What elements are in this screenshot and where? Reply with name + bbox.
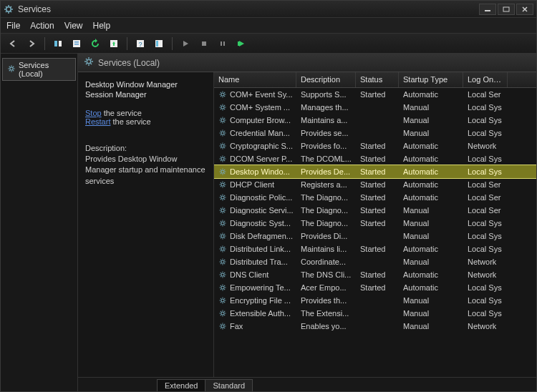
table-row[interactable]: Diagnostic Servi...The Diagno...StartedM…: [214, 204, 536, 217]
cell-name: Desktop Windo...: [214, 167, 296, 177]
maximize-button[interactable]: [498, 4, 515, 15]
menu-help[interactable]: Help: [93, 21, 111, 31]
table-row[interactable]: Computer Brow...Maintains a...ManualLoca…: [214, 114, 536, 127]
cell-description: Provides De...: [296, 167, 356, 177]
cell-description: Provides Di...: [296, 231, 356, 241]
svg-rect-3: [54, 41, 57, 46]
cell-description: The Diagno...: [296, 192, 356, 202]
column-headers: Name Description Status Startup Type Log…: [214, 72, 536, 88]
cell-name: Extensible Auth...: [214, 308, 296, 318]
minimize-button[interactable]: [479, 4, 496, 15]
menubar: File Action View Help: [1, 18, 536, 34]
table-row[interactable]: Diagnostic Polic...The Diagno...StartedA…: [214, 191, 536, 204]
cell-logon: Local Ser: [463, 89, 508, 99]
detail-pane: Desktop Window Manager Session Manager S…: [78, 72, 214, 377]
table-row[interactable]: Empowering Te...Acer Empo...StartedAutom…: [214, 281, 536, 294]
service-rows[interactable]: COM+ Event Sy...Supports S...StartedAuto…: [214, 88, 536, 377]
stop-service-button[interactable]: [196, 36, 212, 52]
svg-point-31: [221, 248, 224, 250]
col-logon[interactable]: Log On As: [463, 72, 508, 87]
help2-button[interactable]: [151, 36, 167, 52]
table-row[interactable]: Extensible Auth...The Extensi...ManualLo…: [214, 307, 536, 320]
cell-logon: Local Sys: [463, 167, 508, 177]
cell-name: Credential Man...: [214, 128, 296, 138]
cell-description: Registers a...: [296, 180, 356, 190]
svg-rect-13: [202, 41, 206, 46]
cell-name: Fax: [214, 321, 296, 331]
cell-status: Started: [356, 154, 399, 164]
cell-description: The Extensi...: [296, 308, 356, 318]
cell-description: Coordinate...: [296, 257, 356, 267]
table-row[interactable]: DNS ClientThe DNS Cli...StartedAutomatic…: [214, 268, 536, 281]
table-row[interactable]: Diagnostic Syst...The Diagno...StartedMa…: [214, 217, 536, 230]
toolbar-separator: [44, 37, 45, 50]
stop-service-link[interactable]: Stop: [85, 109, 102, 117]
tab-standard[interactable]: Standard: [205, 379, 253, 391]
svg-rect-14: [221, 41, 222, 46]
table-row[interactable]: Desktop Windo...Provides De...StartedAut…: [214, 165, 536, 178]
col-startup[interactable]: Startup Type: [399, 72, 463, 87]
table-row[interactable]: Encrypting File ...Provides th...ManualL…: [214, 294, 536, 307]
services-icon: [4, 4, 14, 14]
cell-name: Diagnostic Servi...: [214, 205, 296, 215]
menu-file[interactable]: File: [6, 21, 20, 31]
cell-description: Maintains a...: [296, 115, 356, 125]
cell-startup: Manual: [399, 257, 463, 267]
cell-description: The Diagno...: [296, 205, 356, 215]
svg-point-0: [6, 6, 11, 11]
restart-service-link[interactable]: Restart: [85, 117, 110, 126]
forward-button[interactable]: [24, 36, 39, 52]
svg-point-20: [221, 106, 224, 109]
cell-name: DNS Client: [214, 270, 296, 280]
nav-label: Services (Local): [19, 61, 71, 78]
table-row[interactable]: Credential Man...Provides se...ManualLoc…: [214, 127, 536, 139]
description-text: Provides Desktop Window Manager startup …: [85, 154, 206, 187]
start-service-button[interactable]: [178, 36, 193, 52]
cell-status: Started: [356, 141, 399, 151]
table-row[interactable]: DCOM Server P...The DCOML...StartedAutom…: [214, 152, 536, 165]
table-row[interactable]: DHCP ClientRegisters a...StartedAutomati…: [214, 178, 536, 191]
toolbar: ?: [1, 34, 536, 54]
svg-point-22: [221, 132, 224, 134]
gear-icon: [84, 57, 94, 69]
cell-logon: Network: [463, 141, 508, 151]
cell-startup: Manual: [399, 218, 463, 228]
restart-service-button[interactable]: [233, 36, 249, 52]
show-hide-button[interactable]: [50, 36, 66, 52]
cell-name: Distributed Link...: [214, 244, 296, 254]
cell-status: Started: [356, 270, 399, 280]
cell-startup: Manual: [399, 295, 463, 305]
cell-logon: Local Ser: [463, 205, 508, 215]
cell-status: [356, 325, 399, 327]
table-row[interactable]: Distributed Tra...Coordinate...ManualNet…: [214, 255, 536, 268]
help-button[interactable]: ?: [132, 36, 148, 52]
table-row[interactable]: FaxEnables yo...ManualNetwork: [214, 320, 536, 333]
menu-action[interactable]: Action: [30, 21, 54, 31]
service-list: Name Description Status Startup Type Log…: [214, 72, 536, 377]
nav-services-local[interactable]: Services (Local): [2, 58, 76, 81]
close-button[interactable]: [516, 4, 533, 15]
pause-service-button[interactable]: [215, 36, 231, 52]
titlebar[interactable]: Services: [1, 1, 536, 18]
table-row[interactable]: Cryptographic S...Provides fo...StartedA…: [214, 139, 536, 152]
cell-startup: Automatic: [399, 244, 463, 254]
menu-view[interactable]: View: [64, 21, 83, 31]
back-button[interactable]: [5, 36, 21, 52]
table-row[interactable]: COM+ Event Sy...Supports S...StartedAuto…: [214, 88, 536, 101]
table-row[interactable]: Distributed Link...Maintains li...Starte…: [214, 242, 536, 255]
table-row[interactable]: COM+ System ...Manages th...ManualLocal …: [214, 101, 536, 114]
svg-point-23: [221, 144, 224, 147]
export-button[interactable]: [106, 36, 122, 52]
toolbar-separator: [172, 37, 173, 50]
cell-description: Manages th...: [296, 102, 356, 112]
description-label: Description:: [85, 143, 206, 154]
refresh-button[interactable]: [87, 36, 103, 52]
tab-extended[interactable]: Extended: [157, 379, 205, 391]
cell-status: Started: [356, 205, 399, 215]
properties-button[interactable]: [69, 36, 84, 52]
col-description[interactable]: Description: [296, 72, 356, 87]
col-status[interactable]: Status: [356, 72, 399, 87]
table-row[interactable]: Disk Defragmen...Provides Di...ManualLoc…: [214, 230, 536, 242]
cell-description: Enables yo...: [296, 321, 356, 331]
col-name[interactable]: Name: [214, 72, 296, 87]
